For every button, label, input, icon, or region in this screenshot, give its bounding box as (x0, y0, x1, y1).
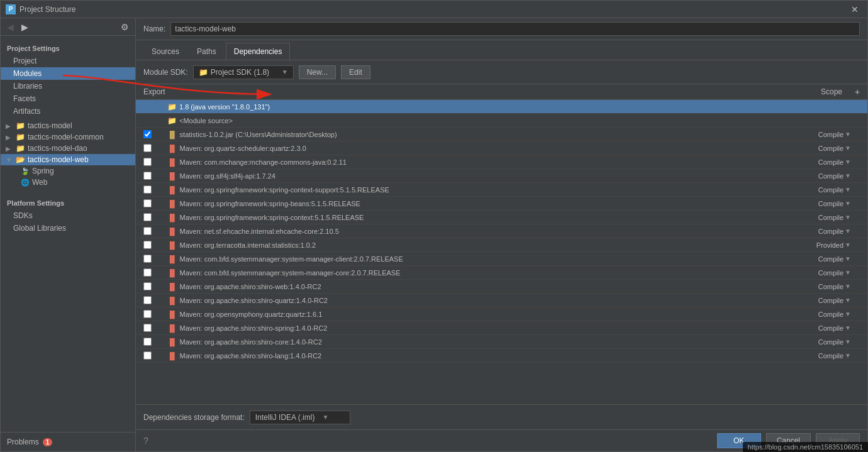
tab-sources[interactable]: Sources (143, 43, 187, 60)
tree-item-spring[interactable]: 🍃 Spring (1, 165, 135, 177)
dep-scope-statistics: Compile ▼ (792, 131, 855, 138)
folder-icon: 📁 (16, 144, 25, 153)
tree-label: Web (32, 178, 47, 187)
sdk-dropdown[interactable]: 📁 Project SDK (1.8) ▼ (193, 65, 294, 79)
scope-dropdown[interactable]: ▼ (845, 311, 851, 317)
module-tree: ▶ 📁 tactics-model ▶ 📁 tactics-model-comm… (1, 120, 135, 188)
dep-checkbox-quartz[interactable] (136, 144, 167, 152)
dep-row-shiro-spring[interactable]: ▐▌ Maven: org.apache.shiro:shiro-spring:… (136, 321, 867, 335)
help-button[interactable]: ? (143, 436, 148, 446)
storage-dropdown[interactable]: IntelliJ IDEA (.iml) ▼ (250, 411, 350, 424)
dep-scope-quartz: Compile▼ (792, 145, 855, 152)
dep-row-ehcache[interactable]: ▐▌ Maven: net.sf.ehcache.internal:ehcach… (136, 224, 867, 238)
name-input[interactable] (170, 22, 860, 36)
tree-item-web[interactable]: 🌐 Web (1, 177, 135, 188)
dep-row-shiro-lang[interactable]: ▐▌ Maven: org.apache.shiro:shiro-lang:1.… (136, 349, 867, 363)
maven-icon: ▐▌ (167, 324, 177, 332)
dep-row-jdk[interactable]: 📁 1.8 (java version "1.8.0_131") (136, 100, 867, 114)
maven-icon: ▐▌ (167, 145, 177, 152)
tree-item-tactics-model-web[interactable]: ▼ 📂 tactics-model-web (1, 154, 135, 165)
sidebar-item-global-libraries[interactable]: Global Libraries (1, 222, 135, 234)
sidebar-item-facets[interactable]: Facets (1, 92, 135, 105)
close-button[interactable]: ✕ (847, 3, 862, 16)
dep-row-system-manager-client[interactable]: ▐▌ Maven: com.bfd.systemmanager:system-m… (136, 252, 867, 266)
dep-row-slf4j[interactable]: ▐▌ Maven: org.slf4j:slf4j-api:1.7.24 Com… (136, 169, 867, 183)
forward-button[interactable]: ▶ (19, 21, 31, 33)
tab-paths[interactable]: Paths (189, 43, 225, 60)
sidebar-item-sdks[interactable]: SDKs (1, 209, 135, 222)
scope-dropdown[interactable]: ▼ (845, 352, 851, 359)
scope-dropdown[interactable]: ▼ (845, 186, 851, 193)
dep-scope-shiro-web: Compile▼ (792, 283, 855, 290)
tree-label: tactics-model (28, 121, 72, 130)
dep-row-shiro-core[interactable]: ▐▌ Maven: org.apache.shiro:shiro-core:1.… (136, 335, 867, 349)
statistics-checkbox[interactable] (143, 130, 152, 138)
dep-scope-mchange: Compile▼ (792, 158, 855, 166)
dep-row-mchange[interactable]: ▐▌ Maven: com.mchange:mchange-commons-ja… (136, 155, 867, 169)
scope-dropdown[interactable]: ▼ (845, 269, 851, 276)
dep-name-system-manager-core: ▐▌ Maven: com.bfd.systemmanager:system-m… (167, 269, 792, 277)
add-dependency-button[interactable]: + (855, 87, 860, 97)
scope-dropdown[interactable]: ▼ (845, 145, 851, 152)
scope-dropdown[interactable]: ▼ (845, 241, 851, 248)
sidebar-item-modules[interactable]: Modules (1, 67, 135, 80)
storage-label: Dependencies storage format: (143, 413, 245, 422)
tree-item-tactics-model-common[interactable]: ▶ 📁 tactics-model-common (1, 131, 135, 143)
folder-icon: 📁 (16, 133, 25, 141)
dep-scope-terracotta: Provided▼ (792, 241, 855, 249)
tree-label: tactics-model-dao (28, 144, 87, 153)
dep-name-shiro-lang: ▐▌ Maven: org.apache.shiro:shiro-lang:1.… (167, 352, 792, 360)
dep-row-spring-context[interactable]: ▐▌ Maven: org.springframework:spring-con… (136, 211, 867, 224)
tree-item-tactics-model-dao[interactable]: ▶ 📁 tactics-model-dao (1, 143, 135, 154)
dep-row-module-source[interactable]: 📁 <Module source> (136, 114, 867, 128)
dep-scope-spring-beans: Compile▼ (792, 200, 855, 207)
dep-scope-slf4j: Compile▼ (792, 172, 855, 180)
tree-arrow: ▶ (6, 123, 13, 130)
dep-row-spring-context-support[interactable]: ▐▌ Maven: org.springframework:spring-con… (136, 183, 867, 197)
dep-name-shiro-quartz: ▐▌ Maven: org.apache.shiro:shiro-quartz:… (167, 297, 792, 304)
tabs-bar: Sources Paths Dependencies (136, 40, 867, 60)
dep-row-opensymphony[interactable]: ▐▌ Maven: org.opensymphony.quartz:quartz… (136, 307, 867, 321)
scope-dropdown[interactable]: ▼ (845, 297, 851, 304)
dep-scope-shiro-lang: Compile▼ (792, 352, 855, 360)
main-content: ◀ ▶ ⚙ Project Settings Project Modules L… (1, 18, 867, 451)
sidebar-item-project[interactable]: Project (1, 55, 135, 67)
dep-row-shiro-quartz[interactable]: ▐▌ Maven: org.apache.shiro:shiro-quartz:… (136, 294, 867, 307)
scope-dropdown[interactable]: ▼ (845, 228, 851, 234)
settings-button[interactable]: ⚙ (118, 21, 131, 33)
dep-row-terracotta[interactable]: ▐▌ Maven: org.terracotta.internal:statis… (136, 238, 867, 252)
scope-dropdown[interactable]: ▼ (845, 214, 851, 221)
scope-dropdown[interactable]: ▼ (845, 255, 851, 262)
tree-item-tactics-model[interactable]: ▶ 📁 tactics-model (1, 120, 135, 131)
th-add: + (855, 87, 867, 97)
maven-icon: ▐▌ (167, 297, 177, 304)
maven-icon: ▐▌ (167, 283, 177, 290)
new-sdk-button[interactable]: New... (299, 65, 336, 79)
scope-dropdown[interactable]: ▼ (845, 338, 851, 345)
module-sdk-bar: Module SDK: 📁 Project SDK (1.8) ▼ New...… (136, 60, 867, 84)
sidebar-item-artifacts[interactable]: Artifacts (1, 105, 135, 118)
scope-dropdown[interactable]: ▼ (845, 200, 851, 207)
dep-checkbox-statistics[interactable] (136, 130, 167, 138)
dep-row-spring-beans[interactable]: ▐▌ Maven: org.springframework:spring-bea… (136, 197, 867, 211)
tab-dependencies[interactable]: Dependencies (226, 43, 291, 60)
edit-sdk-button[interactable]: Edit (341, 65, 370, 79)
sidebar-item-libraries[interactable]: Libraries (1, 80, 135, 92)
dep-row-shiro-web[interactable]: ▐▌ Maven: org.apache.shiro:shiro-web:1.4… (136, 280, 867, 294)
scope-dropdown[interactable]: ▼ (845, 172, 851, 179)
bottom-bar: Dependencies storage format: IntelliJ ID… (136, 404, 867, 429)
dependencies-table-container: Export Scope + 📁 1.8 (java version "1.8.… (136, 84, 867, 404)
problems-section[interactable]: Problems 1 (1, 432, 135, 451)
dep-row-statistics[interactable]: ▐▌ statistics-1.0.2.jar (C:\Users\Admini… (136, 128, 867, 141)
scope-dropdown[interactable]: ▼ (845, 131, 851, 138)
scope-dropdown[interactable]: ▼ (845, 324, 851, 331)
sdk-folder-icon: 📁 (199, 68, 208, 77)
dep-row-quartz[interactable]: ▐▌ Maven: org.quartz-scheduler:quartz:2.… (136, 141, 867, 155)
back-button[interactable]: ◀ (4, 21, 16, 33)
scope-dropdown[interactable]: ▼ (845, 283, 851, 290)
scope-dropdown[interactable]: ▼ (845, 158, 851, 165)
maven-icon: ▐▌ (167, 186, 177, 194)
dep-row-system-manager-core[interactable]: ▐▌ Maven: com.bfd.systemmanager:system-m… (136, 266, 867, 280)
web-icon: 🌐 (21, 179, 30, 187)
maven-icon: ▐▌ (167, 338, 177, 346)
